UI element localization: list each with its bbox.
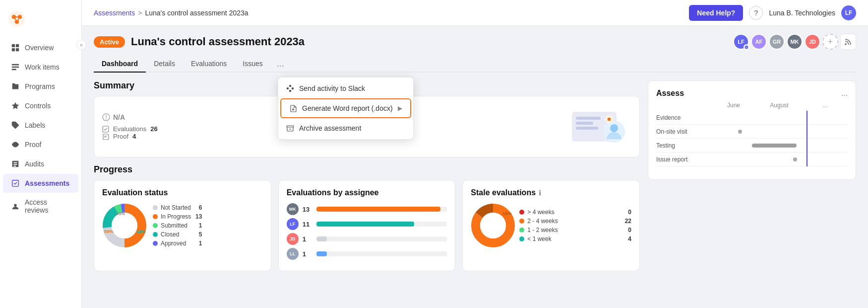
svg-rect-9 xyxy=(12,48,15,51)
gantt-bar-issue xyxy=(711,153,848,166)
dropdown-item-slack[interactable]: Send activity to Slack xyxy=(278,79,413,97)
gantt-row-onsite: On-site visit xyxy=(656,125,848,139)
sidebar-item-programs[interactable]: Programs xyxy=(3,77,78,96)
assess-more-btn[interactable]: ... xyxy=(841,89,848,98)
assignee-row-2: JD 1 xyxy=(287,233,447,245)
stale-info-icon[interactable]: ℹ xyxy=(539,189,541,197)
sidebar-item-work-items-label: Work items xyxy=(25,63,60,71)
gantt-row-evidence: Evidence xyxy=(656,111,848,125)
assignee-bar-wrap-0 xyxy=(316,207,447,212)
assignee-avatar-jd: JD xyxy=(287,233,299,245)
topbar-right: Need Help? ? Luna B. Technologies LF xyxy=(689,5,856,21)
topbar: Assessments > Luna's control assessment … xyxy=(82,0,868,26)
legend-submitted: Submitted 1 xyxy=(153,222,202,229)
stale-row-1-2weeks: 1 - 2 weeks 0 xyxy=(519,227,631,233)
legend-closed: Closed 5 xyxy=(153,231,202,238)
svg-rect-43 xyxy=(289,85,291,87)
assignee-bar-wrap-2 xyxy=(316,236,447,241)
header-avatar-gr[interactable]: GR xyxy=(769,34,785,50)
assignee-row-1: LF 11 xyxy=(287,218,447,230)
dropdown-item-archive[interactable]: Archive assessment xyxy=(278,119,413,137)
svg-rect-27 xyxy=(576,122,593,125)
tab-issues[interactable]: Issues xyxy=(235,56,270,73)
sidebar-item-assessments[interactable]: Assessments xyxy=(3,174,78,193)
proof-icon xyxy=(102,133,109,140)
evaluations-stat: Evaluations 26 xyxy=(102,125,158,133)
stale-content: 85% 15% > 4 weeks 0 xyxy=(471,203,631,248)
gantt-row-issue: Issue report xyxy=(656,153,848,166)
sidebar-item-controls[interactable]: Controls xyxy=(3,96,78,115)
page-title: Luna's control assessment 2023a xyxy=(131,35,305,48)
pie-label-50: 50% xyxy=(104,229,113,234)
progress-grid: Evaluation status xyxy=(94,180,640,271)
sidebar-item-audits-label: Audits xyxy=(25,160,44,168)
pie-label-19: 19% xyxy=(137,229,146,234)
svg-point-14 xyxy=(14,144,17,146)
sidebar-item-audits[interactable]: Audits xyxy=(3,154,78,173)
gantt-dot-issue xyxy=(793,157,797,161)
assignee-bar-1 xyxy=(316,222,415,227)
sidebar-item-access-reviews[interactable]: Access reviews xyxy=(3,193,78,219)
evaluations-by-assignee-title: Evaluations by assignee xyxy=(287,188,447,197)
add-member-button[interactable]: + xyxy=(822,34,838,50)
sidebar-item-controls-label: Controls xyxy=(25,102,51,110)
header-avatar-jd[interactable]: JD xyxy=(805,34,820,50)
dropdown-item-word[interactable]: Generate Word report (.docx) ▶ xyxy=(280,98,411,118)
gantt-bar-evidence xyxy=(711,111,848,124)
svg-rect-44 xyxy=(292,87,294,89)
gantt-month-august: August xyxy=(756,102,802,109)
sidebar-item-work-items[interactable]: Work items xyxy=(3,58,78,77)
header-avatar-mk[interactable]: MK xyxy=(787,34,803,50)
svg-point-16 xyxy=(14,204,16,207)
tab-details[interactable]: Details xyxy=(146,56,183,73)
help-icon[interactable]: ? xyxy=(749,6,763,20)
rss-icon[interactable] xyxy=(840,34,856,50)
gantt-month-headers: June August ... xyxy=(711,102,848,109)
gantt-label-onsite: On-site visit xyxy=(656,128,711,135)
user-avatar[interactable]: LF xyxy=(841,5,856,20)
tab-evaluations[interactable]: Evaluations xyxy=(183,56,235,73)
legend-dot-in-progress xyxy=(153,214,158,219)
sidebar-item-proof-label: Proof xyxy=(25,141,41,149)
sidebar-item-overview[interactable]: Overview xyxy=(3,38,78,57)
status-badge: Active xyxy=(94,36,125,48)
header-avatar-af[interactable]: AF xyxy=(751,34,767,50)
tab-dashboard[interactable]: Dashboard xyxy=(94,56,146,73)
stale-evaluations-title: Stale evaluations xyxy=(471,188,536,197)
user-info[interactable]: Luna B. Technologies xyxy=(769,9,835,17)
slack-icon xyxy=(286,84,294,92)
stale-pct-85: 85% xyxy=(473,229,482,234)
stale-dot-2-4weeks xyxy=(519,219,524,224)
stale-row-4weeks: > 4 weeks 0 xyxy=(519,209,631,216)
eval-pie-chart: 50% 23% 19% xyxy=(102,203,147,248)
gantt-month-june: June xyxy=(711,102,756,109)
evaluations-by-assignee-card: Evaluations by assignee MK 13 xyxy=(278,180,456,271)
sidebar-item-proof[interactable]: Proof xyxy=(3,135,78,154)
header-avatar-lf[interactable]: LF xyxy=(733,34,749,50)
assignee-bar-wrap-3 xyxy=(316,251,447,256)
summary-status-value: N/A xyxy=(113,113,125,121)
stale-pie-chart: 85% 15% xyxy=(471,203,515,248)
dropdown-label-word: Generate Word report (.docx) xyxy=(302,104,393,112)
logo[interactable] xyxy=(0,6,81,38)
svg-rect-22 xyxy=(103,126,109,132)
sidebar-collapse-btn[interactable]: « xyxy=(76,40,86,50)
summary-stats: N/A Evaluations 26 Proof xyxy=(102,113,158,140)
eval-legend: Not Started 6 In Progress 13 xyxy=(153,204,202,247)
assess-title: Assess xyxy=(656,89,684,98)
stale-row-1week: < 1 week 4 xyxy=(519,235,631,242)
stale-legend: > 4 weeks 0 2 - 4 weeks 22 xyxy=(519,209,631,242)
breadcrumb-separator: > xyxy=(138,9,142,17)
svg-rect-42 xyxy=(287,87,289,89)
assignee-bar-3 xyxy=(316,251,327,256)
gantt-row-testing: Testing xyxy=(656,139,848,153)
need-help-button[interactable]: Need Help? xyxy=(689,5,743,21)
tab-more[interactable]: ... xyxy=(271,57,290,72)
dropdown-arrow-word: ▶ xyxy=(398,105,402,112)
sidebar: « Overview Work items Programs Controls … xyxy=(0,0,82,308)
breadcrumb-link[interactable]: Assessments xyxy=(94,9,135,17)
eval-status-content: 50% 23% 19% Not Started xyxy=(102,203,263,248)
right-column: Assess ... June August ... Evide xyxy=(648,80,856,271)
gantt-label-testing: Testing xyxy=(656,142,711,149)
sidebar-item-labels[interactable]: Labels xyxy=(3,116,78,135)
